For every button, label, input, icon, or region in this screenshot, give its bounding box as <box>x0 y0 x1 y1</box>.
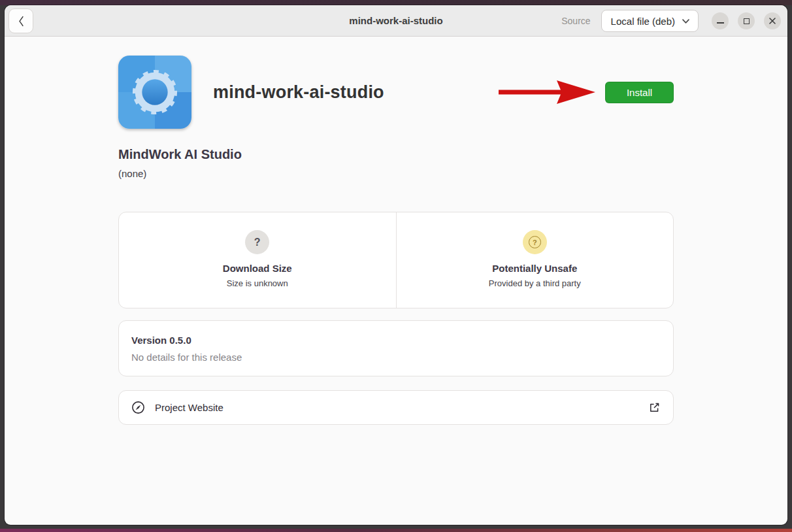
tile-title: Download Size <box>132 263 383 274</box>
source-dropdown[interactable]: Local file (deb) <box>601 10 699 32</box>
app-icon <box>118 56 191 129</box>
annotation-arrow <box>499 76 597 108</box>
download-size-tile[interactable]: ? Download Size Size is unknown <box>119 212 396 308</box>
app-developer: (none) <box>118 168 674 179</box>
install-button[interactable]: Install <box>605 82 674 103</box>
version-card: Version 0.5.0 No details for this releas… <box>118 320 674 376</box>
version-title: Version 0.5.0 <box>131 335 661 346</box>
website-label: Project Website <box>155 402 223 413</box>
app-name: mind-work-ai-studio <box>213 82 384 103</box>
desktop-wallpaper-bottom-edge <box>0 529 792 532</box>
minimize-icon <box>717 22 724 24</box>
source-dropdown-value: Local file (deb) <box>611 16 675 27</box>
app-details-page: mind-work-ai-studio Install MindWork AI … <box>118 37 674 425</box>
source-label: Source <box>561 16 590 26</box>
external-link-icon <box>648 401 661 414</box>
project-website-row[interactable]: Project Website <box>118 390 674 425</box>
gnome-software-window: mind-work-ai-studio Source Local file (d… <box>5 5 787 525</box>
close-icon <box>768 17 776 25</box>
tile-title: Potentially Unsafe <box>410 263 661 274</box>
tile-subtitle: Provided by a third party <box>410 278 661 288</box>
gear-icon <box>128 65 182 119</box>
desktop-wallpaper-top-edge <box>0 0 792 5</box>
circled-question-icon: ? <box>523 230 547 254</box>
context-tiles-card: ? Download Size Size is unknown ? Potent… <box>118 212 674 308</box>
safety-tile[interactable]: ? Potentially Unsafe Provided by a third… <box>396 212 674 308</box>
chevron-down-icon <box>682 18 690 24</box>
compass-icon <box>131 401 145 414</box>
app-display-name: MindWork AI Studio <box>118 147 674 162</box>
question-mark-icon: ? <box>245 230 269 254</box>
titlebar: mind-work-ai-studio Source Local file (d… <box>5 5 787 37</box>
app-header: mind-work-ai-studio Install <box>118 56 674 129</box>
maximize-button[interactable] <box>738 12 755 29</box>
tile-subtitle: Size is unknown <box>132 278 383 288</box>
maximize-icon <box>744 18 750 24</box>
minimize-button[interactable] <box>712 12 729 29</box>
close-button[interactable] <box>764 12 781 29</box>
version-details: No details for this release <box>131 352 661 363</box>
